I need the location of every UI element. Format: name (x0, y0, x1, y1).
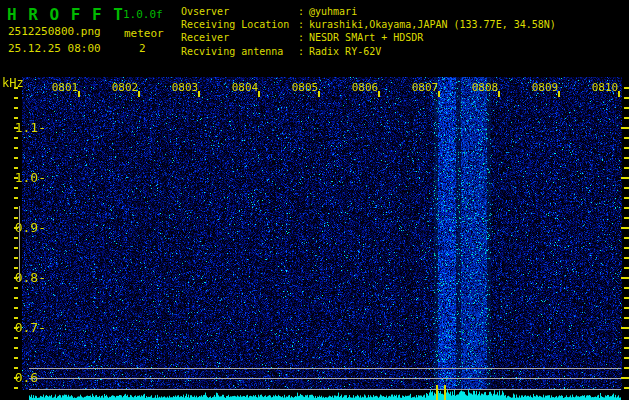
freq-tick-right (621, 227, 629, 229)
freq-tick-left (14, 147, 18, 149)
freq-tick-right (624, 257, 629, 259)
time-tick (318, 91, 320, 97)
freq-label: 1.1- (0, 121, 46, 135)
freq-tick-right (624, 217, 629, 219)
freq-tick-right (624, 207, 629, 209)
level-line-middle (29, 378, 621, 379)
freq-tick-left (14, 387, 18, 389)
freq-tick-right (624, 187, 629, 189)
freq-tick-left (14, 197, 18, 199)
freq-tick-left (14, 97, 18, 99)
freq-tick-right (624, 87, 629, 89)
spectrogram-canvas (22, 77, 622, 390)
freq-tick-right (624, 267, 629, 269)
time-label: 0802 (112, 81, 139, 94)
freq-tick-left (14, 167, 18, 169)
station-value: NESDR SMArt + HDSDR (309, 31, 423, 44)
freq-tick-right (621, 277, 629, 279)
freq-tick-left (14, 307, 18, 309)
freq-tick-left (14, 257, 18, 259)
freq-tick-left (14, 337, 18, 339)
station-label: Receiving Location (181, 18, 298, 31)
meteor-count-value: 2 (139, 42, 146, 55)
freq-tick-right (624, 157, 629, 159)
time-label: 0801 (52, 81, 79, 94)
freq-tick-left (14, 277, 18, 279)
time-label: 0807 (412, 81, 439, 94)
station-info: Ovserver:@yuhmari Receiving Location:kur… (181, 5, 556, 58)
time-label: 0803 (172, 81, 199, 94)
freq-tick-left (14, 297, 18, 299)
station-label: Ovserver (181, 5, 298, 18)
freq-tick-right (624, 347, 629, 349)
time-label: 0810 (592, 81, 619, 94)
freq-tick-right (624, 107, 629, 109)
time-tick (258, 91, 260, 97)
freq-label: 1.0- (0, 171, 46, 185)
app-version: 1.0.0f (123, 8, 163, 21)
freq-tick-left (14, 377, 18, 379)
freq-tick-left (14, 127, 18, 129)
freq-tick-right (624, 237, 629, 239)
time-tick (618, 91, 620, 97)
freq-tick-right (624, 297, 629, 299)
freq-tick-right (624, 247, 629, 249)
separator: : (298, 45, 309, 58)
output-filename: 2512250800.png (8, 25, 101, 38)
axis-edge-line (19, 206, 20, 282)
level-line-upper (29, 368, 621, 369)
separator: : (298, 31, 309, 44)
freq-tick-left (14, 207, 18, 209)
freq-tick-right (624, 137, 629, 139)
freq-tick-right (624, 117, 629, 119)
freq-tick-right (624, 387, 629, 389)
freq-tick-left (14, 317, 18, 319)
freq-tick-right (624, 367, 629, 369)
signal-level-canvas (29, 390, 621, 400)
station-value: kurashiki,Okayama,JAPAN (133.77E, 34.58N… (309, 18, 556, 31)
freq-tick-left (14, 117, 18, 119)
capture-datetime: 25.12.25 08:00 (8, 42, 101, 55)
freq-tick-left (14, 237, 18, 239)
freq-tick-right (624, 317, 629, 319)
freq-tick-right (621, 377, 629, 379)
time-tick (438, 91, 440, 97)
freq-tick-left (14, 157, 18, 159)
freq-tick-right (624, 167, 629, 169)
hrofft-window: H R O F F T 1.0.0f 2512250800.png meteor… (0, 0, 629, 400)
time-label: 0804 (232, 81, 259, 94)
freq-tick-right (621, 127, 629, 129)
time-tick (558, 91, 560, 97)
freq-tick-left (14, 267, 18, 269)
time-tick (498, 91, 500, 97)
freq-tick-left (14, 107, 18, 109)
time-label: 0808 (472, 81, 499, 94)
freq-tick-left (14, 87, 18, 89)
meteor-marker (436, 385, 438, 400)
freq-tick-right (621, 327, 629, 329)
freq-axis-unit: kHz (2, 76, 24, 90)
freq-tick-right (621, 177, 629, 179)
station-value: Radix RY-62V (309, 45, 381, 58)
freq-tick-right (624, 97, 629, 99)
time-tick (198, 91, 200, 97)
time-label: 0806 (352, 81, 379, 94)
meteor-marker (444, 385, 446, 400)
freq-tick-left (14, 177, 18, 179)
station-label: Receiver (181, 31, 298, 44)
freq-tick-left (14, 247, 18, 249)
time-label: 0809 (532, 81, 559, 94)
freq-label: 0.9- (0, 221, 46, 235)
separator: : (298, 18, 309, 31)
freq-tick-left (14, 327, 18, 329)
freq-tick-left (14, 347, 18, 349)
freq-tick-left (14, 367, 18, 369)
freq-tick-left (14, 137, 18, 139)
station-row-location: Receiving Location:kurashiki,Okayama,JAP… (181, 18, 556, 31)
freq-tick-left (14, 187, 18, 189)
meteor-count-label: meteor (124, 27, 164, 40)
freq-tick-right (624, 197, 629, 199)
freq-tick-left (14, 357, 18, 359)
freq-tick-right (624, 287, 629, 289)
station-row-receiver: Receiver:NESDR SMArt + HDSDR (181, 31, 556, 44)
